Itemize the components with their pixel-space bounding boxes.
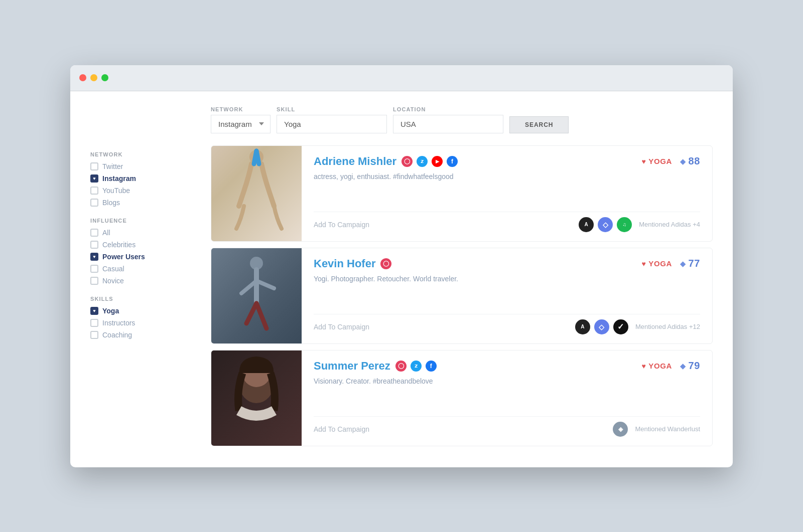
summer-footer: Add To Campaign ◈ Mentioned Wanderlust (314, 416, 700, 437)
facebook-icon[interactable]: f (447, 156, 458, 167)
adidas-logo: A (579, 217, 594, 232)
twitter-checkbox[interactable] (90, 162, 98, 170)
adriene-figure (216, 146, 297, 241)
instructors-label: Instructors (102, 319, 135, 327)
influence-filter-section: INFLUENCE All Celebrities Power Users Ca… (90, 218, 196, 285)
skill-label: SKILL (277, 106, 387, 112)
summer-name: Summer Perez (314, 360, 390, 373)
summer-heart-icon: ♥ (641, 362, 646, 370)
casual-label: Casual (102, 265, 124, 273)
app-body: NETWORK Twitter Instagram YouTube Blogs (70, 91, 733, 467)
adriene-footer: Add To Campaign A ◇ ♫ Mentioned Adidas +… (314, 212, 700, 232)
yoga-checkbox[interactable] (90, 307, 98, 315)
twitter-icon[interactable]: 𝕫 (417, 156, 428, 167)
adriene-brands: A ◇ ♫ Mentioned Adidas +4 (579, 217, 700, 232)
summer-score-num: ◆ 79 (680, 360, 700, 372)
novice-checkbox[interactable] (90, 277, 98, 285)
filter-yoga[interactable]: Yoga (90, 307, 196, 315)
kevin-skill-label: YOGA (648, 259, 672, 268)
kevin-heart-icon: ♥ (641, 260, 646, 268)
celebrities-checkbox[interactable] (90, 241, 98, 249)
summer-score: ♥ YOGA ◆ 79 (641, 360, 700, 372)
maximize-button[interactable] (101, 74, 108, 81)
summer-facebook-icon[interactable]: f (426, 361, 437, 372)
blogs-checkbox[interactable] (90, 199, 98, 207)
youtube-icon[interactable]: ▶ (432, 156, 443, 167)
kevin-add-campaign[interactable]: Add To Campaign (314, 323, 369, 331)
summer-skill-badge: ♥ YOGA (641, 362, 672, 370)
kevin-adidas-logo: A (575, 319, 590, 334)
summer-bio: Visionary. Creator. #breatheandbelove (314, 377, 700, 387)
youtube-label: YouTube (102, 187, 130, 195)
novice-label: Novice (102, 277, 124, 285)
casual-checkbox[interactable] (90, 265, 98, 273)
app-window: NETWORK Twitter Instagram YouTube Blogs (70, 65, 733, 467)
kevin-instagram-icon[interactable]: ◯ (380, 258, 391, 269)
summer-instagram-icon[interactable]: ◯ (395, 361, 407, 372)
result-card-adriene: Adriene Mishler ◯ 𝕫 ▶ f ♥ YOGA (211, 145, 713, 242)
summer-figure (216, 350, 297, 446)
filter-all[interactable]: All (90, 229, 196, 237)
filter-celebrities[interactable]: Celebrities (90, 241, 196, 249)
filter-twitter[interactable]: Twitter (90, 162, 196, 170)
adriene-skill-label: YOGA (648, 157, 672, 165)
summer-content: Summer Perez ◯ 𝕫 f ♥ YOGA (302, 350, 712, 446)
coaching-checkbox[interactable] (90, 331, 98, 339)
close-button[interactable] (79, 74, 86, 81)
filter-power-users[interactable]: Power Users (90, 253, 196, 261)
twitter-label: Twitter (102, 162, 123, 170)
instagram-checkbox[interactable] (90, 174, 98, 183)
instructors-checkbox[interactable] (90, 319, 98, 327)
minimize-button[interactable] (90, 74, 97, 81)
adriene-name: Adriene Mishler (314, 155, 396, 168)
adriene-header: Adriene Mishler ◯ 𝕫 ▶ f ♥ YOGA (314, 155, 700, 168)
all-checkbox[interactable] (90, 229, 98, 237)
summer-diamond-icon: ◆ (680, 362, 686, 370)
power-users-checkbox[interactable] (90, 253, 98, 261)
instagram-label: Instagram (102, 174, 136, 183)
network-label: NETWORK (211, 106, 271, 112)
skills-filter-title: SKILLS (90, 296, 196, 302)
kevin-footer: Add To Campaign A ◇ ✓ Mentioned Adidas +… (314, 314, 700, 334)
location-input[interactable] (393, 115, 503, 133)
filter-instructors[interactable]: Instructors (90, 319, 196, 327)
kevin-mentioned: Mentioned Adidas +12 (635, 323, 700, 330)
network-filter-section: NETWORK Twitter Instagram YouTube Blogs (90, 151, 196, 207)
filter-blogs[interactable]: Blogs (90, 199, 196, 207)
filter-casual[interactable]: Casual (90, 265, 196, 273)
summer-wanderlust-logo: ◈ (613, 422, 628, 437)
adriene-skill-badge: ♥ YOGA (641, 157, 672, 165)
adriene-add-campaign[interactable]: Add To Campaign (314, 221, 369, 229)
all-label: All (102, 229, 110, 237)
summer-add-campaign[interactable]: Add To Campaign (314, 425, 369, 433)
kevin-socials: ◯ (380, 258, 391, 269)
adriene-score: ♥ YOGA ◆ 88 (641, 155, 700, 167)
power-users-label: Power Users (102, 253, 145, 261)
kevin-header: Kevin Hofer ◯ ♥ YOGA ◆ (314, 257, 700, 270)
summer-twitter-icon[interactable]: 𝕫 (411, 361, 422, 372)
skill-input[interactable] (277, 115, 387, 133)
kevin-photo (211, 248, 302, 343)
filter-youtube[interactable]: YouTube (90, 187, 196, 195)
network-select[interactable]: Instagram Twitter YouTube (211, 115, 271, 133)
youtube-checkbox[interactable] (90, 187, 98, 195)
network-filter-title: NETWORK (90, 151, 196, 157)
filter-novice[interactable]: Novice (90, 277, 196, 285)
filter-coaching[interactable]: Coaching (90, 331, 196, 339)
instagram-icon[interactable]: ◯ (401, 156, 413, 167)
kevin-figure (216, 248, 297, 343)
kevin-num: 77 (689, 258, 700, 269)
search-button[interactable]: SEARCH (509, 116, 569, 133)
kevin-name: Kevin Hofer (314, 257, 375, 270)
summer-photo (211, 350, 302, 446)
network-control: NETWORK Instagram Twitter YouTube (211, 106, 271, 133)
blogs-label: Blogs (102, 199, 120, 207)
summer-name-row: Summer Perez ◯ 𝕫 f (314, 360, 437, 373)
summer-num: 79 (689, 360, 700, 372)
result-card-kevin: Kevin Hofer ◯ ♥ YOGA ◆ (211, 248, 713, 344)
celebrities-label: Celebrities (102, 241, 136, 249)
heart-icon: ♥ (641, 157, 646, 165)
search-controls: NETWORK Instagram Twitter YouTube SKILL … (211, 106, 713, 133)
adriene-socials: ◯ 𝕫 ▶ f (401, 156, 458, 167)
filter-instagram[interactable]: Instagram (90, 174, 196, 183)
